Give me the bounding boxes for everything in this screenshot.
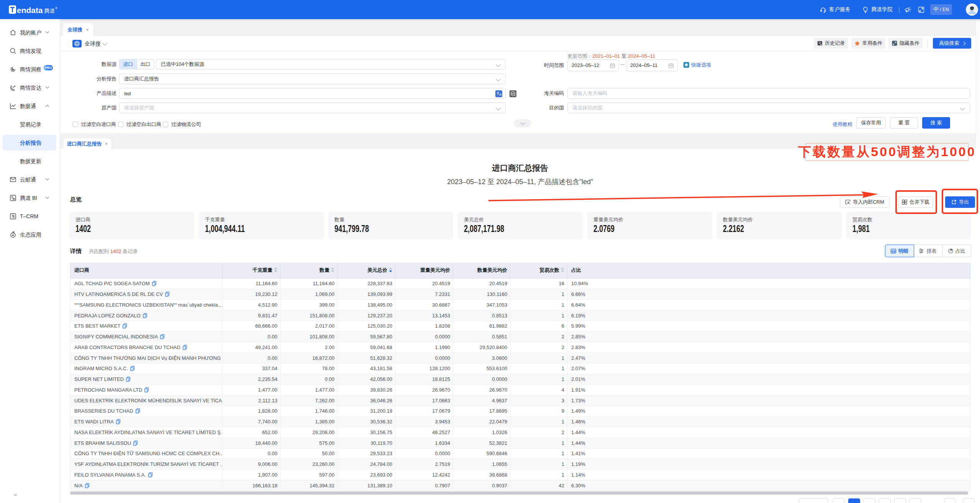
svg-text:®: ®	[55, 7, 57, 10]
svg-text:腾道: 腾道	[44, 8, 55, 14]
svg-text:endata: endata	[17, 6, 43, 15]
svg-text:BI: BI	[13, 198, 15, 200]
